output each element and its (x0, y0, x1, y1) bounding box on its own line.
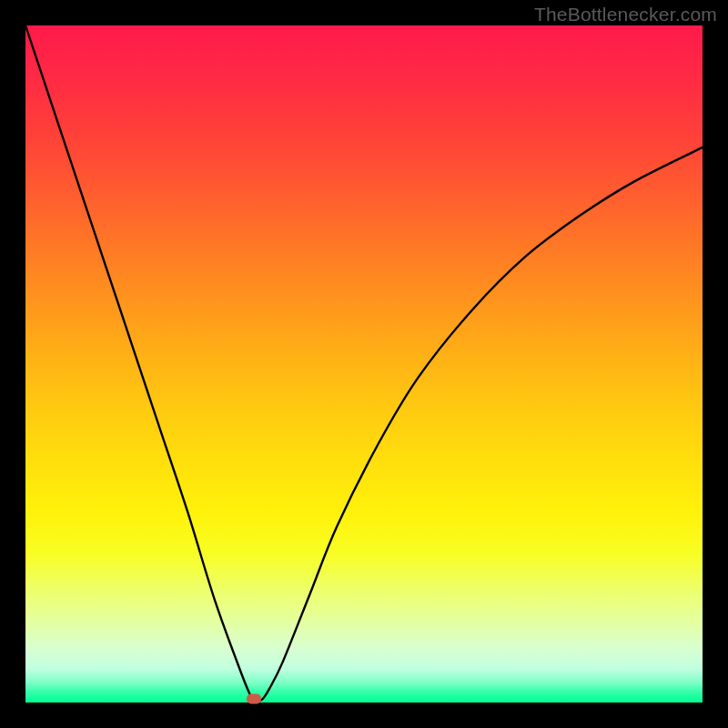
watermark-text: TheBottlenecker.com (534, 4, 717, 25)
chart-curve-svg (25, 25, 703, 703)
bottleneck-curve (25, 25, 703, 702)
optimal-point-marker (247, 694, 261, 704)
chart-plot-area (25, 25, 703, 703)
